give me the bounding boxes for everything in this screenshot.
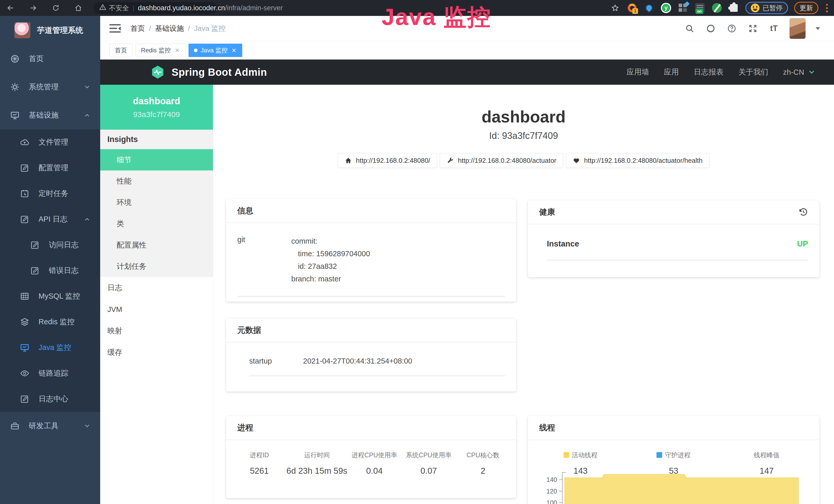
- live-threads-swatch: [564, 452, 569, 458]
- edit-icon: [20, 215, 29, 224]
- home-icon: [345, 157, 352, 164]
- extension-y-icon[interactable]: y: [661, 3, 672, 13]
- instance-name: dashboard: [133, 96, 180, 107]
- monitor-icon: [10, 111, 20, 120]
- edit-icon: [30, 266, 40, 275]
- edit-icon: [20, 394, 29, 404]
- sidebar-item-dev-tools[interactable]: 研发工具: [0, 412, 100, 440]
- bookmark-star-icon[interactable]: [610, 3, 620, 13]
- sba-menu-jvm[interactable]: JVM: [100, 299, 213, 320]
- sidebar-item-file-mgmt[interactable]: 文件管理: [0, 130, 100, 155]
- live-threads-area: [564, 475, 799, 504]
- timer-icon: [20, 189, 29, 198]
- url-path: /infra/admin-server: [225, 4, 283, 12]
- extension-grid-icon[interactable]: [678, 3, 688, 13]
- sidebar-item-java-monitor[interactable]: Java 监控: [0, 335, 100, 361]
- sba-body: dashboard 93a3fc7f7409 Insights 细节 性能 环境…: [100, 85, 834, 504]
- health-url-button[interactable]: http://192.168.0.2:48080/actuator/health: [566, 153, 709, 168]
- extensions-puzzle-icon[interactable]: [728, 3, 739, 13]
- health-instance-row[interactable]: Instance UP: [547, 239, 808, 260]
- sidebar-item-scheduled-tasks[interactable]: 定时任务: [0, 181, 100, 206]
- tab-home[interactable]: 首页: [109, 44, 133, 57]
- browser-forward-icon[interactable]: [28, 3, 39, 13]
- sidebar-item-redis-monitor[interactable]: Redis 监控: [0, 309, 100, 335]
- sba-menu-mappings[interactable]: 映射: [100, 320, 213, 342]
- github-icon[interactable]: [705, 23, 716, 34]
- sidebar-item-log-center[interactable]: 日志中心: [0, 386, 100, 412]
- screenshot-root: 不安全 | dashboard.yudao.iocoder.cn /infra/…: [0, 0, 834, 504]
- instance-header[interactable]: dashboard 93a3fc7f7409: [100, 85, 213, 130]
- close-icon[interactable]: [231, 47, 237, 53]
- sidebar-item-mysql-monitor[interactable]: MySQL 监控: [0, 283, 100, 309]
- not-secure-label[interactable]: 不安全: [109, 4, 129, 13]
- tab-java-monitor[interactable]: Java 监控: [189, 44, 242, 57]
- app-logo[interactable]: 芋道管理系统: [0, 16, 100, 45]
- info-card: 信息 git commit: time: 1596289704000 id: 2…: [226, 199, 516, 302]
- sba-menu-environment[interactable]: 环境: [100, 192, 213, 213]
- sba-menu-details[interactable]: 细节: [100, 149, 213, 170]
- extension-orange-icon[interactable]: 1: [627, 3, 637, 13]
- y-tick-100: 100: [546, 499, 557, 504]
- threads-card-title: 线程: [528, 416, 819, 440]
- app-title: 芋道管理系统: [37, 25, 83, 36]
- spring-boot-admin-logo-icon: [151, 65, 165, 79]
- extension-on-icon[interactable]: on: [695, 3, 705, 13]
- extension-badge: 1: [632, 8, 638, 14]
- breadcrumb-infrastructure[interactable]: 基础设施: [155, 24, 184, 33]
- stat-cpu-cores: CPU核心数 2: [456, 451, 510, 476]
- sba-menu-logs[interactable]: 日志: [100, 277, 213, 299]
- sidebar-item-infrastructure[interactable]: 基础设施: [0, 101, 100, 130]
- sba-menu-classes[interactable]: 类: [100, 213, 213, 234]
- breadcrumb-home[interactable]: 首页: [130, 24, 145, 33]
- browser-menu-icon[interactable]: [825, 4, 829, 12]
- search-icon[interactable]: [684, 23, 695, 34]
- extension-leaf-icon[interactable]: [711, 3, 722, 13]
- sba-nav-about[interactable]: 关于我们: [739, 67, 768, 77]
- sidebar-item-home[interactable]: 首页: [0, 45, 100, 73]
- metadata-card-title: 元数据: [226, 318, 516, 343]
- sba-nav-applications[interactable]: 应用: [664, 67, 679, 77]
- sba-menu-config-props[interactable]: 配置属性: [100, 234, 213, 256]
- sidebar-item-system-mgmt[interactable]: 系统管理: [0, 73, 100, 101]
- sidebar-item-access-logs[interactable]: 访问日志: [0, 232, 100, 258]
- sba-brand-title[interactable]: Spring Boot Admin: [172, 67, 267, 78]
- sidebar-item-api-logs[interactable]: API 日志: [0, 206, 100, 232]
- leaf-shape: [712, 3, 722, 13]
- dashboard-icon: [10, 54, 20, 63]
- sidebar-item-error-logs[interactable]: 错误日志: [0, 258, 100, 283]
- browser-back-icon[interactable]: [5, 3, 16, 13]
- help-icon[interactable]: [726, 23, 738, 34]
- text-size-icon[interactable]: tT: [768, 23, 780, 34]
- history-icon[interactable]: [798, 207, 808, 217]
- user-avatar[interactable]: [789, 18, 806, 39]
- address-bar[interactable]: 不安全 | dashboard.yudao.iocoder.cn /infra/…: [93, 2, 217, 14]
- sba-menu-scheduled-tasks[interactable]: 计划任务: [100, 256, 213, 277]
- app-content-column: 首页 / 基础设施 / Java 监控 tT: [100, 16, 834, 504]
- fullscreen-icon[interactable]: [747, 23, 759, 34]
- y-letter: y: [662, 4, 670, 12]
- sba-navbar: Spring Boot Admin 应用墙 应用 日志报表 关于我们 zh-CN: [100, 60, 834, 85]
- browser-reload-icon[interactable]: [50, 3, 61, 13]
- sba-nav-wallboard[interactable]: 应用墙: [627, 67, 649, 77]
- sidebar-item-config-mgmt[interactable]: 配置管理: [0, 155, 100, 181]
- instance-url-button[interactable]: http://192.168.0.2:48080/: [338, 153, 437, 168]
- sba-nav-journal[interactable]: 日志报表: [694, 67, 724, 77]
- chrome-update-button[interactable]: 更新: [794, 2, 818, 14]
- close-icon[interactable]: [174, 47, 180, 53]
- sidebar-collapse-icon[interactable]: [109, 24, 121, 33]
- paused-profile-badge[interactable]: 已暂停: [745, 2, 788, 14]
- sba-menu-metrics[interactable]: 性能: [100, 170, 213, 192]
- threads-chart: 140 120 100: [541, 471, 808, 504]
- sba-menu-caches[interactable]: 缓存: [100, 342, 213, 363]
- locale-selector[interactable]: zh-CN: [783, 68, 815, 76]
- git-info-row: git commit: time: 1596289704000 id: 27aa…: [237, 235, 505, 297]
- browser-home-icon[interactable]: [73, 3, 84, 13]
- actuator-url-button[interactable]: http://192.168.0.2:48080/actuator: [440, 153, 563, 168]
- y-axis-ticks: [559, 480, 562, 503]
- health-instance-label: Instance: [547, 239, 579, 249]
- sidebar-item-tracing[interactable]: 链路追踪: [0, 361, 100, 386]
- avatar-caret-down-icon[interactable]: [815, 27, 820, 32]
- tab-redis-monitor[interactable]: Redis 监控: [136, 44, 185, 57]
- extension-pin-icon[interactable]: [644, 3, 655, 13]
- process-card: 进程 进程ID 5261 运行时间 6d 23h 15m 59s: [226, 416, 516, 498]
